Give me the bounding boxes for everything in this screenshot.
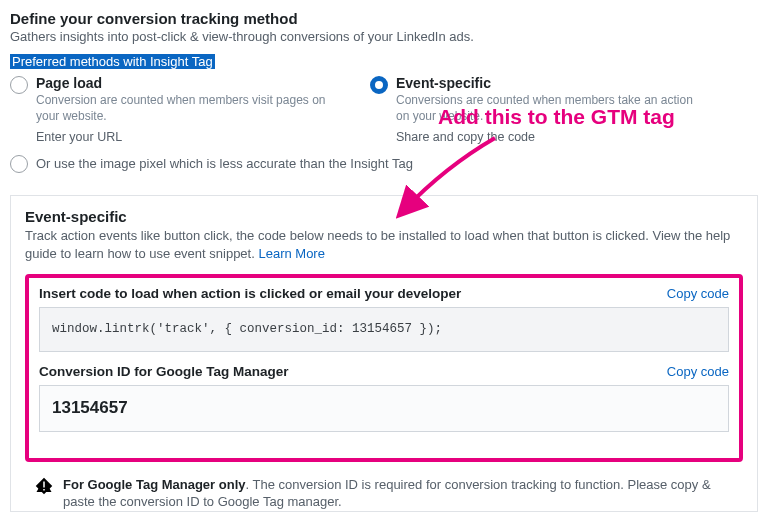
highlighted-label: Preferred methods with Insight Tag	[10, 54, 215, 69]
code-snippet-box[interactable]: window.lintrk('track', { conversion_id: …	[39, 307, 729, 352]
svg-rect-0	[43, 481, 45, 487]
code-highlight-box: Insert code to load when action is click…	[25, 274, 743, 461]
gtm-id-label: Conversion ID for Google Tag Manager	[39, 364, 289, 379]
option-title: Event-specific	[396, 75, 700, 91]
page-header: Define your conversion tracking method G…	[10, 10, 758, 75]
svg-rect-1	[43, 489, 45, 491]
page-subtitle: Gathers insights into post-click & view-…	[10, 29, 758, 44]
copy-id-button[interactable]: Copy code	[667, 364, 729, 379]
option-or-text: Or use the image pixel which is less acc…	[36, 156, 413, 171]
insert-code-label: Insert code to load when action is click…	[39, 286, 461, 301]
radio-unselected-icon[interactable]	[10, 155, 28, 173]
panel-description: Track action events like button click, t…	[25, 227, 743, 262]
option-image-pixel[interactable]: Or use the image pixel which is less acc…	[10, 154, 758, 173]
option-title: Page load	[36, 75, 340, 91]
radio-selected-icon[interactable]	[370, 76, 388, 94]
learn-more-link[interactable]: Learn More	[258, 246, 324, 261]
radio-unselected-icon[interactable]	[10, 76, 28, 94]
option-event-specific[interactable]: Event-specific Conversions are counted w…	[370, 75, 700, 144]
tracking-method-options: Page load Conversion are counted when me…	[10, 75, 758, 144]
option-sublabel: Share and copy the code	[396, 130, 700, 144]
page-title: Define your conversion tracking method	[10, 10, 758, 27]
option-desc: Conversion are counted when members visi…	[36, 93, 340, 124]
gtm-info-note: For Google Tag Manager only. The convers…	[25, 476, 743, 511]
copy-code-button[interactable]: Copy code	[667, 286, 729, 301]
option-sublabel: Enter your URL	[36, 130, 340, 144]
option-desc: Conversions are counted when members tak…	[396, 93, 700, 124]
conversion-id-box[interactable]: 13154657	[39, 385, 729, 431]
info-bold: For Google Tag Manager only	[63, 477, 246, 492]
event-specific-panel: Event-specific Track action events like …	[10, 195, 758, 512]
panel-title: Event-specific	[25, 208, 743, 225]
option-page-load[interactable]: Page load Conversion are counted when me…	[10, 75, 340, 144]
alert-icon	[35, 477, 53, 495]
